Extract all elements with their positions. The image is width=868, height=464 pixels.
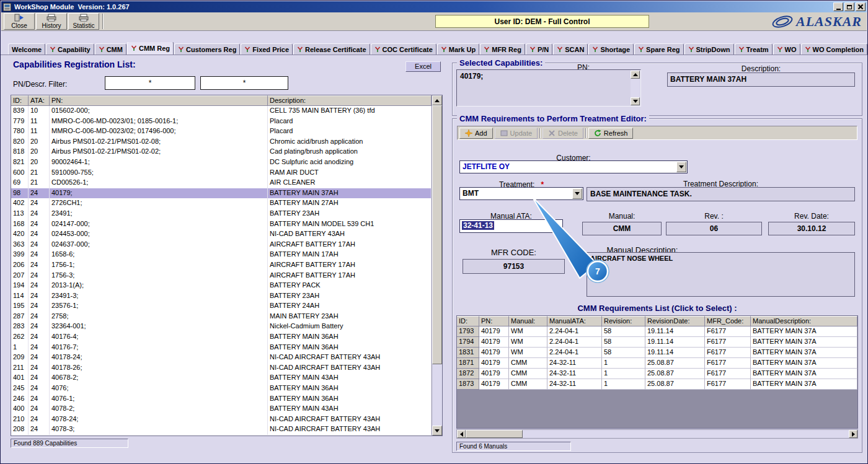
scroll-down-button[interactable] <box>432 426 442 436</box>
minimize-button[interactable] <box>833 2 843 11</box>
capability-row[interactable]: 982440179;BATTERY MAIN 37AH <box>11 188 432 199</box>
customer-dropdown[interactable]: JETFLITE OY <box>459 160 688 173</box>
capability-row[interactable]: 399241658-6;BATTERY MAIN 17AH <box>11 250 432 260</box>
capability-row[interactable]: 246244076-1;BATTERY MAIN 36AH <box>11 394 432 405</box>
tab-fixed-price[interactable]: Fixed Price <box>241 43 293 55</box>
capability-row[interactable]: 206241756-1;AIRCRAFT BATTERY 17AH <box>11 260 432 271</box>
requirement-row[interactable]: 179440179WM2.24-04-15819.11.14F6177BATTE… <box>457 337 857 348</box>
tab-release-certificate[interactable]: Release Certificate <box>293 43 370 55</box>
tab-p-n[interactable]: P/N <box>526 43 552 55</box>
capability-row[interactable]: 2112440178-26;NI-CAD AIRCRAFT BATTERY 43… <box>11 363 432 374</box>
history-button[interactable]: History <box>36 13 67 30</box>
tab-coc-certificate[interactable]: COC Certificate <box>371 43 436 55</box>
column-header[interactable]: PN: <box>50 95 268 106</box>
column-header[interactable]: Revision: <box>602 316 645 326</box>
scrollbar-thumb[interactable] <box>466 430 523 438</box>
capability-row[interactable]: 12440176-7;BATTERY MAIN 36AH <box>11 343 432 353</box>
update-button[interactable]: Update <box>495 128 538 139</box>
scrollbar-thumb[interactable] <box>432 105 442 364</box>
capability-row[interactable]: 4012440678-2;BATTERY MAIN 43AH <box>11 373 432 383</box>
manual-ata-input[interactable]: 32-41-13 <box>459 219 563 233</box>
scroll-up-button[interactable] <box>631 71 640 79</box>
tab-wo-completion[interactable]: WO Completion <box>801 43 867 55</box>
capability-row[interactable]: 78011MMRO-C-006-MD-0023/02; 017496-000;P… <box>11 126 432 137</box>
description-filter-input[interactable] <box>200 76 288 90</box>
tab-stripdown[interactable]: StripDown <box>684 43 734 55</box>
capability-row[interactable]: 77911MMRO-C-006-MD-0023/01; 0185-0016-1;… <box>11 116 432 127</box>
column-header[interactable]: ManualATA: <box>547 316 602 326</box>
requirement-row[interactable]: 187340179CMM24-32-11125.08.87F6177BATTER… <box>457 379 857 390</box>
capability-row[interactable]: 2622440176-4;BATTERY MAIN 36AH <box>11 332 432 343</box>
dropdown-button[interactable] <box>572 188 582 199</box>
tab-cmm[interactable]: CMM <box>95 43 126 55</box>
tab-wo[interactable]: WO <box>773 43 800 55</box>
delete-button[interactable]: Delete <box>542 128 583 139</box>
column-header[interactable]: Description: <box>268 95 432 106</box>
requirement-row[interactable]: 179340179WM2.24-04-15819.11.14F6177BATTE… <box>457 326 857 337</box>
dropdown-button[interactable] <box>676 162 686 172</box>
capability-row[interactable]: 16824024147-000;BATTERY MAIN MODEL 539 C… <box>11 219 432 230</box>
capability-row[interactable]: 600215910090-755;RAM AIR DUCT <box>11 168 432 178</box>
column-header[interactable]: MFR_Code: <box>705 316 751 326</box>
column-header[interactable]: RevisionDate: <box>645 316 705 326</box>
capability-row[interactable]: 400244078-2;BATTERY MAIN 43AH <box>11 404 432 414</box>
capability-row[interactable]: 81820Airbus PMS01-02-21/PMS01-02-02;Cad … <box>11 147 432 157</box>
capability-row[interactable]: 82020Airbus PMS01-02-21/PMS01-02-08;Chro… <box>11 137 432 147</box>
maximize-button[interactable] <box>844 2 854 11</box>
requirement-row[interactable]: 187140179CMM24-32-11125.08.87F6177BATTER… <box>457 358 857 369</box>
capability-row[interactable]: 1142423491-3;BATTERY 23AH <box>11 291 432 302</box>
column-header[interactable]: ID: <box>457 316 479 326</box>
tab-cmm-reg[interactable]: CMM Reg <box>127 42 174 55</box>
vertical-scrollbar[interactable] <box>432 95 442 436</box>
requirement-row[interactable]: 187240179CMM24-32-11125.08.87F6177BATTER… <box>457 369 857 379</box>
capability-row[interactable]: 194242013-1(A);BATTERY PACK <box>11 281 432 291</box>
tab-treatm[interactable]: Treatm <box>735 43 773 55</box>
column-header[interactable]: Manual: <box>509 316 547 326</box>
column-header[interactable]: ATA: <box>29 95 50 106</box>
capability-row[interactable]: 207241756-3;AIRCRAFT BATTERY 17AH <box>11 271 432 281</box>
capabilities-list-title: Capabilities Registration List: <box>13 59 136 69</box>
scroll-left-button[interactable] <box>457 430 466 438</box>
tab-shortage[interactable]: Shortage <box>588 43 634 55</box>
excel-button[interactable]: Excel <box>405 61 441 72</box>
tab-scan[interactable]: SCAN <box>553 43 588 55</box>
capability-row[interactable]: 1132423491;BATTERY 23AH <box>11 209 432 219</box>
requirement-row[interactable]: 183140179WM2.24-04-15819.11.14F6177BATTE… <box>457 348 857 358</box>
cell: 58 <box>602 348 645 358</box>
statistic-button[interactable]: Statistic <box>68 13 99 30</box>
column-header[interactable]: ManualDescription: <box>751 316 857 326</box>
capability-row[interactable]: 245244076;BATTERY MAIN 36AH <box>11 383 432 394</box>
capability-row[interactable]: 287242758;MAIN BATTERY 23AH <box>11 312 432 322</box>
scroll-down-button[interactable] <box>631 97 640 105</box>
refresh-button[interactable]: Refresh <box>588 128 634 139</box>
capability-row[interactable]: 42024024453-000;NI-CAD BATTERY 43AH <box>11 229 432 240</box>
tab-mark-up[interactable]: Mark Up <box>437 43 479 55</box>
close-window-button[interactable] <box>856 2 866 11</box>
horizontal-scrollbar[interactable] <box>456 429 858 439</box>
close-button[interactable]: Close <box>4 13 35 30</box>
tab-spare-reg[interactable]: Spare Reg <box>634 43 683 55</box>
column-header[interactable]: ID: <box>11 95 29 106</box>
tab-capability[interactable]: Capability <box>46 43 94 55</box>
pn-box-scrollbar[interactable] <box>631 71 640 105</box>
capability-row[interactable]: 208244078-3;NI-CAD AIRCRAFT BATTERY 43AH <box>11 424 432 435</box>
scroll-up-button[interactable] <box>432 95 442 105</box>
column-header[interactable]: PN: <box>479 316 509 326</box>
add-button[interactable]: Add <box>459 128 493 139</box>
tab-customers-reg[interactable]: Customers Reg <box>174 43 240 55</box>
capability-row[interactable]: 2092440178-24;NI-CAD AIRCRAFT BATTERY 43… <box>11 352 432 363</box>
tab-mfr-reg[interactable]: MFR Reg <box>480 43 525 55</box>
treatment-dropdown[interactable]: BMT <box>459 187 583 200</box>
scroll-right-button[interactable] <box>849 430 857 438</box>
capability-row[interactable]: 210244078-24;NI-CAD AIRCRAFT BATTERY 43A… <box>11 414 432 425</box>
tab-welcome[interactable]: Welcome <box>8 43 45 55</box>
pn-filter-input[interactable] <box>105 76 195 90</box>
capability-row[interactable]: 36324024637-000;AIRCRAFT BATTERY 17AH <box>11 240 432 250</box>
capability-row[interactable]: 402242726CH1;BATTERY MAIN 27AH <box>11 198 432 209</box>
capability-row[interactable]: 1952423576-1;BATTERY 24AH <box>11 301 432 312</box>
capability-row[interactable]: 6921CD00526-1;AIR CLEANER <box>11 178 432 188</box>
tab-icon <box>441 46 447 53</box>
capability-row[interactable]: 2832432364-001;Nickel-Cadmium Battery <box>11 322 432 332</box>
capability-row[interactable]: 8212090002464-1;DC Sulpfuric acid anodiz… <box>11 157 432 168</box>
capability-row[interactable]: 83910015602-000;CELL 735 MAIN BATTERY (3… <box>11 106 432 116</box>
